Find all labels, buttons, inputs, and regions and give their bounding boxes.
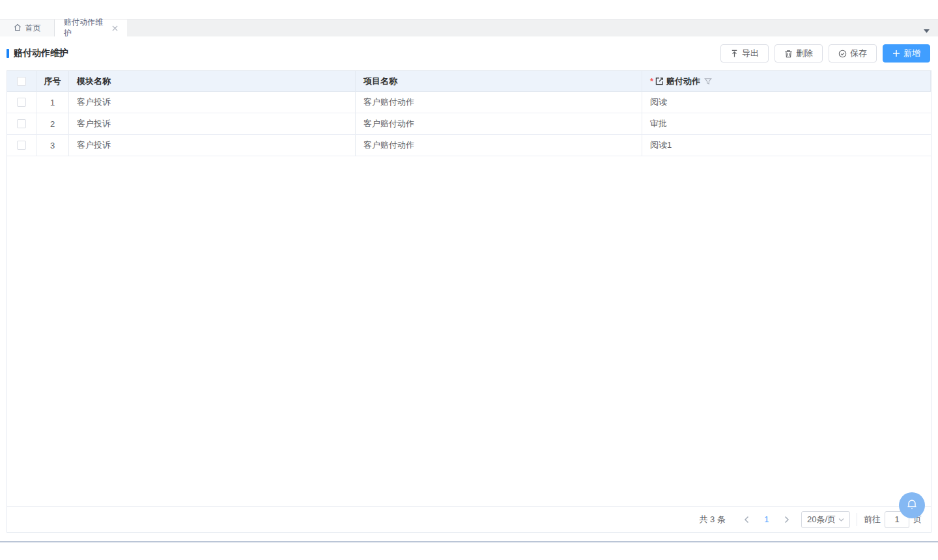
header-index: 序号 <box>36 71 69 92</box>
select-all-checkbox[interactable] <box>17 77 26 86</box>
export-button[interactable]: 导出 <box>720 44 769 63</box>
notification-bell-button[interactable] <box>899 492 925 518</box>
row-checkbox[interactable] <box>17 141 26 150</box>
page-size-select[interactable]: 20条/页 <box>801 511 850 528</box>
save-button[interactable]: 保存 <box>829 44 877 63</box>
cell-module: 客户投诉 <box>69 113 356 135</box>
close-icon[interactable] <box>112 25 118 31</box>
page-header: 赔付动作维护 导出 删除 <box>0 36 938 70</box>
page-number-1[interactable]: 1 <box>756 514 778 524</box>
next-page-icon[interactable] <box>778 511 796 529</box>
plus-icon <box>892 49 900 57</box>
tabs-dropdown-caret-icon[interactable] <box>923 25 930 36</box>
data-table: 序号 模块名称 项目名称 * 赔付动作 1 <box>7 70 931 533</box>
cell-action[interactable]: 阅读1 <box>642 135 931 156</box>
goto-label: 前往 <box>864 514 881 525</box>
table-empty-space <box>7 156 931 506</box>
check-circle-icon <box>838 49 847 58</box>
table-row[interactable]: 2 客户投诉 客户赔付动作 审批 <box>7 113 931 135</box>
trash-icon <box>784 49 793 58</box>
prev-page-icon[interactable] <box>737 511 756 529</box>
export-icon <box>730 49 739 58</box>
title-accent-bar <box>7 49 9 58</box>
header-checkbox-cell <box>7 71 36 92</box>
tab-home-label: 首页 <box>25 23 41 34</box>
header-project: 项目名称 <box>356 71 642 92</box>
filter-icon[interactable] <box>704 77 712 85</box>
table-row[interactable]: 3 客户投诉 客户赔付动作 阅读1 <box>7 135 931 156</box>
cell-module: 客户投诉 <box>69 135 356 156</box>
add-button[interactable]: 新增 <box>883 44 930 63</box>
tab-current-label: 赔付动作维护 <box>64 17 108 39</box>
delete-button[interactable]: 删除 <box>775 44 823 63</box>
cell-project: 客户赔付动作 <box>356 92 642 113</box>
toolbar: 导出 删除 保存 <box>720 44 930 63</box>
page-title: 赔付动作维护 <box>7 48 68 59</box>
row-checkbox[interactable] <box>17 98 26 107</box>
pagination-total: 共 3 条 <box>699 514 725 525</box>
required-mark: * <box>650 76 653 86</box>
cell-index: 3 <box>36 135 69 156</box>
cell-module: 客户投诉 <box>69 92 356 113</box>
table-header-row: 序号 模块名称 项目名称 * 赔付动作 <box>7 71 931 92</box>
tab-current[interactable]: 赔付动作维护 <box>55 20 127 36</box>
cell-action[interactable]: 审批 <box>642 113 931 135</box>
row-checkbox[interactable] <box>17 119 26 128</box>
cell-project: 客户赔付动作 <box>356 135 642 156</box>
cell-project: 客户赔付动作 <box>356 113 642 135</box>
page-bottom-divider <box>0 541 938 542</box>
header-action: * 赔付动作 <box>642 71 931 92</box>
cell-index: 2 <box>36 113 69 135</box>
cell-action[interactable]: 阅读 <box>642 92 931 113</box>
chevron-down-icon <box>838 514 844 524</box>
edit-square-icon <box>655 77 664 85</box>
home-icon <box>14 23 21 33</box>
bell-icon <box>906 498 918 513</box>
tab-bar: 首页 赔付动作维护 <box>0 19 938 36</box>
table-row[interactable]: 1 客户投诉 客户赔付动作 阅读 <box>7 92 931 113</box>
tab-home[interactable]: 首页 <box>0 20 55 36</box>
header-module: 模块名称 <box>69 71 356 92</box>
pagination-bar: 共 3 条 1 20条/页 <box>7 506 931 532</box>
cell-index: 1 <box>36 92 69 113</box>
app-window: 首页 赔付动作维护 赔付动作维护 <box>0 0 938 560</box>
pagination-divider <box>857 513 857 526</box>
